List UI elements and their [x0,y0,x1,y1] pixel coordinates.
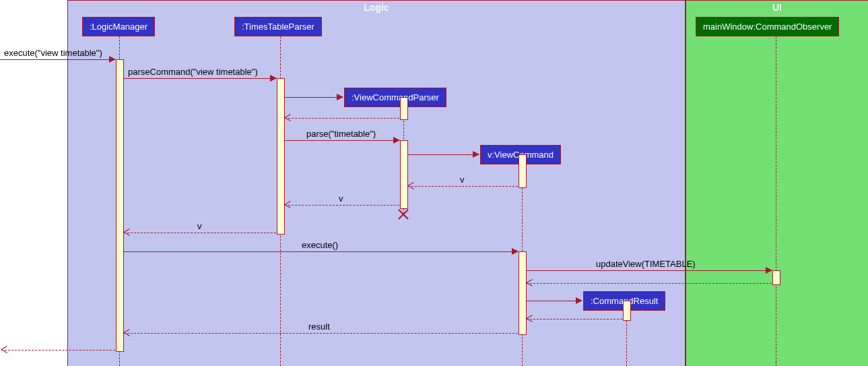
arrowhead-m2 [270,75,277,82]
arrow-ret-v3 [124,233,276,233]
arrowhead-create-vc [473,151,479,158]
participant-logic-manager: :LogicManager [82,17,155,36]
frame-logic-title: Logic [364,2,389,13]
lifeline-main-window [776,36,776,366]
arrowhead-create-cr [576,297,582,304]
activation-view-command-parser-1 [400,97,408,120]
activation-times-table-parser [277,78,285,235]
arrow-ret-mw [527,283,772,284]
arrowhead-m1 [109,56,116,63]
arrowhead-ret-v1 [408,183,415,189]
arrowhead-ret-v2 [285,202,292,208]
msg-execute-view: execute("view timetable") [4,48,102,58]
arrow-create-vcp [284,97,343,98]
destroy-vcp [397,208,410,221]
msg-parse-command: parseCommand("view timetable") [128,67,258,77]
arrow-ret-final [1,350,115,350]
msg-update-view: updateView(TIMETABLE) [596,259,696,269]
arrowhead-create-vcp [337,94,343,100]
frame-logic: Logic [67,0,686,366]
participant-times-table-parser: :TimesTableParser [234,17,322,36]
activation-command-result [623,301,631,321]
arrowhead-ret-v3 [124,229,131,236]
activation-main-window [772,270,780,285]
activation-view-command-2 [519,251,527,335]
arrow-execute-view [0,59,114,60]
arrowhead-m3 [393,137,400,144]
arrow-parse-command [123,78,276,79]
msg-v1: v [460,175,465,185]
arrowhead-ret-final [1,346,8,353]
arrow-ret-cr [527,319,622,319]
frame-ui: UI [686,0,868,366]
arrow-execute [123,251,518,252]
msg-execute: execute() [302,240,338,250]
arrowhead-ret-vcp1 [285,115,292,121]
msg-v3: v [197,221,202,231]
arrowhead-ret-mw [527,280,533,286]
msg-parse-timetable: parse("timetable") [306,129,376,139]
activation-logic-manager [116,59,124,352]
arrow-ret-v1 [408,186,518,187]
arrow-ret-v2 [285,205,399,206]
frame-ui-title: UI [772,2,782,13]
arrow-update-view [526,270,772,271]
arrow-create-cr [526,301,582,301]
activation-view-command-parser-2 [400,140,408,209]
arrowhead-ret-result [124,330,131,336]
msg-v2: v [339,193,343,204]
activation-view-command-1 [519,154,527,188]
arrow-ret-vcp1 [285,118,399,119]
arrow-create-vc [407,154,479,155]
participant-main-window: mainWindow:CommandObserver [696,17,839,36]
arrowhead-m8 [766,267,772,274]
arrowhead-ret-cr [527,315,533,322]
participant-view-command-parser: :ViewCommandParser [344,88,446,107]
arrow-ret-result [124,333,518,334]
arrow-parse-timetable [284,140,399,141]
msg-result: result [308,322,330,332]
arrowhead-m7 [512,248,519,255]
